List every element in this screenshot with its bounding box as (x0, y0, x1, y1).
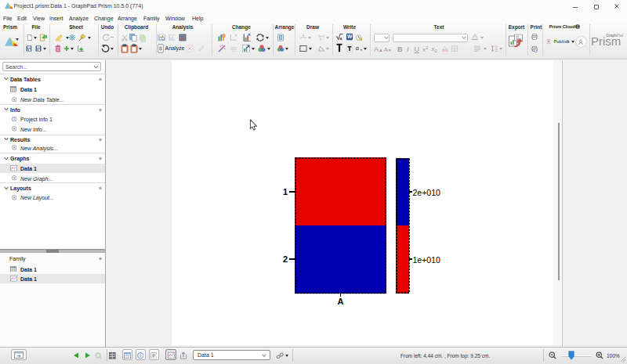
svg-text:α: α (355, 45, 359, 52)
svg-text:a: a (339, 35, 342, 40)
svg-text:ab: ab (230, 45, 236, 52)
svg-text:W: W (346, 34, 352, 40)
